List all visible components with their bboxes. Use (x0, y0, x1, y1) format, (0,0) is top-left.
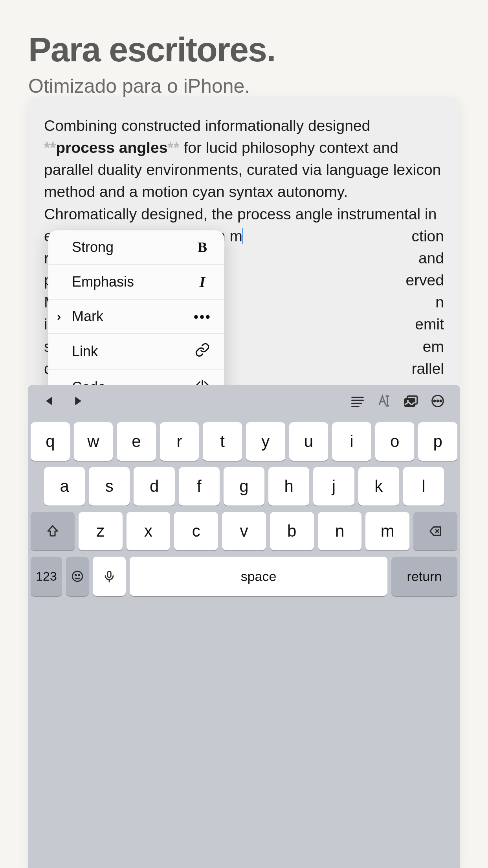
more-icon[interactable] (424, 389, 451, 413)
key-m[interactable]: m (365, 512, 409, 550)
key-h[interactable]: h (268, 467, 309, 506)
key-j[interactable]: j (313, 467, 354, 506)
page-subtitle: Otimizado para o iPhone. (28, 75, 460, 97)
key-p[interactable]: p (418, 422, 457, 461)
obscured-text: and (418, 247, 444, 269)
obscured-text: n (435, 291, 444, 313)
keyboard-row: 123 space return (31, 557, 457, 596)
keyboard-row: q w e r t y u i o p (31, 422, 457, 461)
popup-item-emphasis[interactable]: Emphasis I (48, 265, 224, 300)
key-d[interactable]: d (134, 467, 174, 506)
popup-item-strong[interactable]: Strong B (48, 230, 224, 265)
key-g[interactable]: g (224, 467, 264, 506)
key-z[interactable]: z (79, 512, 123, 550)
key-o[interactable]: o (375, 422, 415, 461)
key-a[interactable]: a (44, 467, 85, 506)
svg-rect-23 (108, 571, 111, 577)
svg-point-17 (440, 400, 442, 402)
svg-point-21 (75, 575, 76, 576)
svg-point-22 (79, 575, 80, 576)
obscured-text: ction (412, 225, 444, 247)
popup-label: Emphasis (72, 274, 134, 290)
paragraph-icon[interactable] (344, 389, 371, 413)
editor-toolbar (28, 385, 460, 417)
header: Para escritores. Otimizado para o iPhone… (0, 0, 488, 113)
more-icon: ••• (194, 309, 211, 324)
key-v[interactable]: v (222, 512, 266, 550)
undo-button[interactable] (37, 389, 64, 413)
key-t[interactable]: t (203, 422, 242, 461)
key-s[interactable]: s (89, 467, 130, 506)
key-c[interactable]: c (174, 512, 218, 550)
popup-item-mark[interactable]: › Mark ••• (48, 300, 224, 334)
key-w[interactable]: w (74, 422, 113, 461)
text-cursor (242, 228, 243, 244)
space-key[interactable]: space (130, 557, 387, 596)
text-segment: Combining constructed informationally de… (44, 117, 370, 134)
svg-marker-1 (46, 397, 52, 405)
image-icon[interactable] (398, 389, 424, 413)
key-i[interactable]: i (332, 422, 371, 461)
svg-point-20 (72, 571, 83, 581)
backspace-key[interactable] (413, 512, 457, 550)
svg-marker-2 (75, 397, 81, 405)
svg-point-16 (437, 400, 438, 402)
key-k[interactable]: k (358, 467, 399, 506)
keyboard: q w e r t y u i o p a s d f g h j k l z … (28, 417, 460, 868)
key-u[interactable]: u (289, 422, 328, 461)
key-r[interactable]: r (160, 422, 199, 461)
obscured-text: em (423, 336, 444, 358)
key-y[interactable]: y (246, 422, 285, 461)
shift-key[interactable] (31, 512, 75, 550)
redo-button[interactable] (64, 389, 90, 413)
key-e[interactable]: e (117, 422, 156, 461)
key-q[interactable]: q (31, 422, 70, 461)
key-l[interactable]: l (403, 467, 444, 506)
bold-text: process angles (56, 139, 167, 156)
obscured-text: rallel (412, 358, 444, 380)
popup-label: Link (72, 343, 98, 360)
chevron-right-icon: › (57, 310, 61, 323)
key-b[interactable]: b (270, 512, 314, 550)
keyboard-row: z x c v b n m (31, 512, 457, 550)
numbers-key[interactable]: 123 (31, 557, 62, 596)
bold-icon: B (194, 239, 211, 256)
text-style-icon[interactable] (371, 389, 398, 413)
obscured-text: erved (405, 269, 444, 291)
key-x[interactable]: x (127, 512, 171, 550)
format-popup: Strong B Emphasis I › Mark ••• Link Code (48, 230, 224, 405)
keyboard-row: a s d f g h j k l (31, 467, 457, 506)
return-key[interactable]: return (391, 557, 457, 596)
popup-item-link[interactable]: Link (48, 334, 224, 370)
link-icon (194, 342, 211, 360)
obscured-text: emit (415, 313, 444, 335)
svg-point-15 (434, 400, 435, 402)
page-title: Para escritores. (28, 31, 460, 68)
markdown-delimiter: ** (167, 139, 179, 156)
italic-icon: I (194, 273, 211, 291)
popup-label: Strong (72, 239, 114, 256)
markdown-delimiter: ** (44, 139, 56, 156)
mic-key[interactable] (93, 557, 126, 596)
emoji-key[interactable] (66, 557, 89, 596)
key-f[interactable]: f (179, 467, 220, 506)
popup-label: Mark (72, 308, 103, 325)
key-n[interactable]: n (318, 512, 362, 550)
